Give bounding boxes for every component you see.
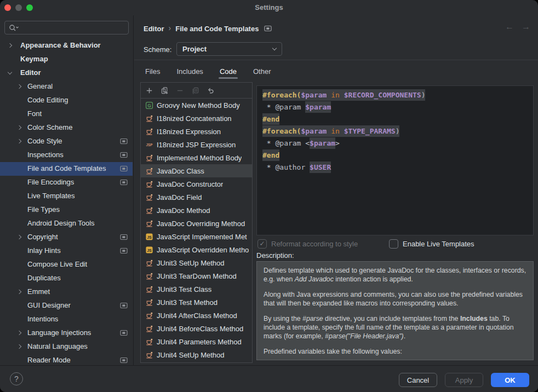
template-item-label: JUnit3 Test Method	[157, 298, 218, 307]
sidebar-item-label: Inspections	[27, 151, 64, 159]
template-item-label: I18nized Concatenation	[157, 114, 232, 123]
copy-template-button[interactable]	[159, 85, 170, 96]
template-item-groovy-new-method-body[interactable]: GGroovy New Method Body	[141, 99, 252, 112]
sidebar-item-inlay-hints[interactable]: Inlay Hints	[0, 244, 133, 258]
tab-code[interactable]: Code	[219, 64, 238, 78]
header-divider	[134, 60, 538, 60]
chevron-right-icon[interactable]	[17, 290, 21, 294]
js-file-icon: JS	[145, 233, 153, 241]
template-item-junit4-parameters-method[interactable]: JUnit4 Parameters Method	[141, 335, 252, 348]
template-item-javadoc-constructor[interactable]: JavaDoc Constructor	[141, 177, 252, 191]
chevron-right-icon[interactable]	[8, 43, 12, 48]
template-item-javadoc-overriding-method[interactable]: JavaDoc Overriding Method	[141, 217, 252, 230]
settings-search-input[interactable]	[20, 23, 118, 32]
tab-files[interactable]: Files	[144, 64, 161, 78]
sidebar-item-appearance-behavior[interactable]: Appearance & Behavior	[0, 39, 133, 53]
project-settings-icon	[120, 357, 128, 364]
template-item-javadoc-field[interactable]: JavaDoc Field	[141, 191, 252, 204]
sidebar-item-general[interactable]: General	[0, 80, 133, 94]
breadcrumb: Editor › File and Code Templates	[144, 23, 272, 34]
sidebar-item-copyright[interactable]: Copyright	[0, 230, 133, 244]
sidebar-item-inspections[interactable]: Inspections	[0, 148, 133, 162]
back-arrow-icon[interactable]: ←	[505, 22, 514, 32]
template-item-label: JavaDoc Overriding Method	[157, 220, 245, 228]
scheme-label: Scheme:	[144, 45, 171, 54]
sidebar-item-reader-mode[interactable]: Reader Mode	[0, 354, 133, 365]
sidebar-item-label: Live Templates	[27, 192, 75, 200]
template-item-label: Groovy New Method Body	[157, 101, 240, 109]
sidebar-item-emmet[interactable]: Emmet	[0, 285, 133, 299]
sidebar-item-duplicates[interactable]: Duplicates	[0, 272, 133, 285]
template-item-i18nized-concatenation[interactable]: I18nized Concatenation	[141, 112, 252, 125]
template-item-junit4-setup-method[interactable]: JUnit4 SetUp Method	[141, 348, 252, 361]
sidebar-item-label: File and Code Templates	[27, 164, 106, 172]
template-item-implemented-method-body[interactable]: Implemented Method Body	[141, 151, 252, 164]
chevron-right-icon[interactable]	[17, 125, 21, 130]
sidebar-item-file-types[interactable]: File Types	[0, 203, 133, 217]
template-item-i18nized-expression[interactable]: I18nized Expression	[141, 125, 252, 138]
chevron-right-icon[interactable]	[17, 344, 21, 349]
chevron-right-icon[interactable]	[17, 331, 21, 335]
ok-button[interactable]: OK	[491, 373, 529, 387]
chevron-down-icon[interactable]	[8, 70, 12, 74]
sidebar-item-label: Copyright	[27, 233, 58, 241]
template-item-junit3-test-method[interactable]: JUnit3 Test Method	[141, 296, 252, 309]
js-file-icon: JS	[145, 246, 153, 254]
sidebar-item-language-injections[interactable]: Language Injections	[0, 326, 133, 340]
tab-label: Code	[220, 67, 237, 76]
scheme-value: Project	[182, 45, 207, 53]
breadcrumb-page: File and Code Templates	[175, 25, 259, 33]
java-file-icon	[145, 220, 153, 228]
history-navigation: ← →	[505, 22, 530, 32]
add-template-button[interactable]	[144, 85, 154, 96]
sidebar-item-intentions[interactable]: Intentions	[0, 313, 133, 326]
sidebar-item-natural-languages[interactable]: Natural Languages	[0, 340, 133, 354]
sidebar-item-label: Android Design Tools	[27, 219, 95, 227]
template-item-junit4-afterclass-method[interactable]: JUnit4 AfterClass Method	[141, 309, 252, 322]
template-editor[interactable]: #foreach($param in $RECORD_COMPONENTS) *…	[256, 85, 534, 235]
sidebar-item-compose-live-edit[interactable]: Compose Live Edit	[0, 258, 133, 272]
reset-template-button[interactable]	[205, 85, 216, 96]
live-templates-label: Enable Live Templates	[403, 240, 474, 248]
sidebar-item-file-and-code-templates[interactable]: File and Code Templates	[0, 162, 133, 176]
sidebar-item-color-scheme[interactable]: Color Scheme	[0, 121, 133, 135]
sidebar-item-file-encodings[interactable]: File Encodings	[0, 176, 133, 189]
tab-includes[interactable]: Includes	[175, 64, 204, 78]
chevron-right-icon[interactable]	[17, 235, 21, 239]
forward-arrow-icon[interactable]: →	[522, 22, 530, 32]
sidebar-item-android-design-tools[interactable]: Android Design Tools	[0, 217, 133, 230]
help-button[interactable]: ?	[10, 372, 23, 385]
cancel-button[interactable]: Cancel	[399, 373, 437, 387]
sidebar-item-editor[interactable]: Editor	[0, 66, 133, 80]
sidebar-item-gui-designer[interactable]: GUI Designer	[0, 299, 133, 313]
template-item-javadoc-method[interactable]: JavaDoc Method	[141, 204, 252, 217]
template-item-junit4-beforeclass-method[interactable]: JUnit4 BeforeClass Method	[141, 322, 252, 335]
sidebar-item-live-templates[interactable]: Live Templates	[0, 189, 133, 203]
template-item-label: JUnit4 AfterClass Method	[157, 312, 237, 320]
reformat-checkbox-row: ✓ Reformat according to style	[257, 239, 358, 249]
template-item-javascript-overridden-metho[interactable]: JSJavaScript Overridden Metho	[141, 243, 252, 256]
template-item-javadoc-class[interactable]: JavaDoc Class	[141, 164, 252, 177]
template-item-i18nized-jsp-expression[interactable]: JSPI18nized JSP Expression	[141, 138, 252, 151]
chevron-right-icon[interactable]	[17, 84, 21, 89]
template-item-label: JUnit4 Parameters Method	[157, 338, 242, 346]
template-item-javascript-implemented-met[interactable]: JSJavaScript Implemented Met	[141, 230, 252, 243]
settings-search-field[interactable]	[4, 21, 129, 34]
sidebar-item-font[interactable]: Font	[0, 107, 133, 121]
apply-button[interactable]: Apply	[445, 373, 483, 387]
breadcrumb-separator-icon: ›	[169, 24, 171, 32]
template-editor-code: #foreach($param in $RECORD_COMPONENTS) *…	[262, 89, 533, 174]
tab-other[interactable]: Other	[252, 64, 272, 78]
template-item-junit3-teardown-method[interactable]: JUnit3 TearDown Method	[141, 269, 252, 283]
live-templates-checkbox[interactable]	[389, 239, 398, 249]
groovy-file-icon: G	[145, 101, 153, 109]
breadcrumb-editor[interactable]: Editor	[144, 25, 164, 33]
template-item-junit3-test-class[interactable]: JUnit3 Test Class	[141, 283, 252, 296]
sidebar-item-code-style[interactable]: Code Style	[0, 135, 133, 148]
sidebar-item-keymap[interactable]: Keymap	[0, 53, 133, 66]
chevron-right-icon[interactable]	[17, 139, 21, 143]
java-file-icon	[145, 128, 153, 136]
sidebar-item-code-editing[interactable]: Code Editing	[0, 94, 133, 107]
template-item-junit3-setup-method[interactable]: JUnit3 SetUp Method	[141, 256, 252, 269]
scheme-dropdown[interactable]: Project	[176, 42, 282, 56]
